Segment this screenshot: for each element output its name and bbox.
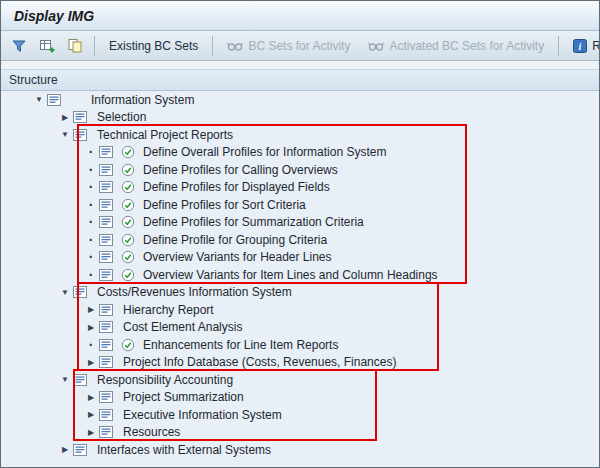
img-activity-icon[interactable] [121, 233, 137, 247]
leaf-dot-icon: · [83, 162, 99, 178]
img-node-icon [99, 250, 115, 264]
collapse-triangle-icon[interactable]: ▼ [57, 288, 73, 297]
leaf-dot-icon: · [83, 249, 99, 265]
img-activity-icon[interactable] [121, 338, 137, 352]
img-node-icon [99, 390, 115, 404]
tree-row[interactable]: ▼Responsibility Accounting [1, 371, 599, 389]
img-node-icon [99, 233, 115, 247]
expand-triangle-icon[interactable]: ▶ [57, 445, 73, 454]
tree-row[interactable]: ▶Project Summarization [1, 389, 599, 407]
img-activity-icon[interactable] [121, 198, 137, 212]
tree-row[interactable]: ▶Hierarchy Report [1, 301, 599, 319]
tree-item-label: Define Profiles for Sort Criteria [143, 198, 306, 212]
tree-item-label: Overview Variants for Item Lines and Col… [143, 268, 438, 282]
collapse-triangle-icon[interactable]: ▼ [31, 95, 47, 104]
tree-item-label: Project Info Database (Costs, Revenues, … [123, 355, 396, 369]
expand-triangle-icon[interactable]: ▶ [57, 113, 73, 122]
img-activity-icon[interactable] [121, 180, 137, 194]
funnel-button[interactable] [6, 34, 32, 58]
tree-row[interactable]: ·Define Profiles for Calling Overviews [1, 161, 599, 179]
toolbar-separator [212, 36, 213, 56]
tree-item-label: Selection [97, 110, 146, 124]
img-node-icon [99, 338, 115, 352]
toolbar-gap-strip [1, 61, 599, 70]
leaf-dot-icon: · [83, 267, 99, 283]
expand-triangle-icon[interactable]: ▶ [83, 393, 99, 402]
tree-row[interactable]: ▶Selection [1, 109, 599, 127]
collapse-triangle-icon[interactable]: ▼ [57, 375, 73, 384]
existing-bc-sets-label: Existing BC Sets [109, 39, 198, 53]
tree-row[interactable]: ·Define Profile for Grouping Criteria [1, 231, 599, 249]
tree-row[interactable]: ·Define Profiles for Sort Criteria [1, 196, 599, 214]
release-button[interactable]: i Release [565, 34, 599, 58]
tree-item-label: Enhancements for Line Item Reports [143, 338, 338, 352]
copy-pages-icon [67, 38, 83, 54]
tree-item-label: Define Overall Profiles for Information … [143, 145, 386, 159]
img-node-icon [73, 110, 89, 124]
img-node-icon [99, 303, 115, 317]
img-node-icon [99, 198, 115, 212]
collapse-triangle-icon[interactable]: ▼ [57, 130, 73, 139]
expand-triangle-icon[interactable]: ▶ [83, 410, 99, 419]
tree-row[interactable]: ·Enhancements for Line Item Reports [1, 336, 599, 354]
leaf-dot-icon: · [83, 197, 99, 213]
structure-header-label: Structure [9, 73, 58, 87]
img-activity-icon[interactable] [121, 250, 137, 264]
leaf-dot-icon: · [83, 337, 99, 353]
tree-item-label: Define Profiles for Displayed Fields [143, 180, 330, 194]
funnel-icon [11, 38, 27, 54]
table-plus-button[interactable] [34, 34, 60, 58]
tree-row[interactable]: ▼Costs/Revenues Information System [1, 284, 599, 302]
tree-row[interactable]: ▶Project Info Database (Costs, Revenues,… [1, 354, 599, 372]
tree-row[interactable]: ▼Information System [1, 91, 599, 109]
img-node-icon [99, 355, 115, 369]
img-node-icon [73, 443, 89, 457]
tree-row[interactable]: ▼Technical Project Reports [1, 126, 599, 144]
img-activity-icon[interactable] [121, 215, 137, 229]
leaf-dot-icon: · [83, 179, 99, 195]
existing-bc-sets-button[interactable]: Existing BC Sets [101, 34, 206, 58]
activated-bc-sets-button[interactable]: Activated BC Sets for Activity [360, 34, 552, 58]
tree-item-label: Resources [123, 425, 180, 439]
info-icon: i [573, 39, 587, 53]
img-node-icon [99, 180, 115, 194]
glasses-icon [227, 39, 243, 53]
copy-button[interactable] [62, 34, 88, 58]
tree-row[interactable]: ▶Resources [1, 424, 599, 442]
tree-item-label: Responsibility Accounting [97, 373, 233, 387]
leaf-dot-icon: · [83, 232, 99, 248]
tree-row[interactable]: ▶Cost Element Analysis [1, 319, 599, 337]
tree-item-label: Hierarchy Report [123, 303, 214, 317]
img-node-icon [99, 215, 115, 229]
expand-triangle-icon[interactable]: ▶ [83, 305, 99, 314]
window-title: Display IMG [14, 8, 94, 24]
expand-triangle-icon[interactable]: ▶ [83, 323, 99, 332]
tree-item-label: Define Profiles for Summarization Criter… [143, 215, 364, 229]
img-activity-icon[interactable] [121, 268, 137, 282]
img-node-icon [99, 408, 115, 422]
table-plus-icon [39, 38, 55, 54]
img-node-icon [99, 320, 115, 334]
leaf-dot-icon: · [83, 144, 99, 160]
tree-row[interactable]: ·Overview Variants for Header Lines [1, 249, 599, 267]
tree-row[interactable]: ·Overview Variants for Item Lines and Co… [1, 266, 599, 284]
tree-item-label: Project Summarization [123, 390, 244, 404]
bc-sets-for-activity-label: BC Sets for Activity [248, 39, 350, 53]
bc-sets-for-activity-button[interactable]: BC Sets for Activity [219, 34, 358, 58]
structure-header: Structure [1, 70, 599, 91]
tree-row[interactable]: ·Define Profiles for Displayed Fields [1, 179, 599, 197]
expand-triangle-icon[interactable]: ▶ [83, 428, 99, 437]
img-activity-icon[interactable] [121, 163, 137, 177]
tree-row[interactable]: ·Define Overall Profiles for Information… [1, 144, 599, 162]
tree-row[interactable]: ▶Interfaces with External Systems [1, 441, 599, 459]
tree-row[interactable]: ·Define Profiles for Summarization Crite… [1, 214, 599, 232]
titlebar: Display IMG [1, 1, 599, 31]
tree-item-label: Executive Information System [123, 408, 282, 422]
release-label: Release [592, 39, 599, 53]
tree-item-label: Cost Element Analysis [123, 320, 242, 334]
application-toolbar: Existing BC Sets BC Sets for Activity Ac… [1, 31, 599, 61]
expand-triangle-icon[interactable]: ▶ [83, 358, 99, 367]
img-node-icon [73, 285, 89, 299]
img-activity-icon[interactable] [121, 145, 137, 159]
tree-row[interactable]: ▶Executive Information System [1, 406, 599, 424]
